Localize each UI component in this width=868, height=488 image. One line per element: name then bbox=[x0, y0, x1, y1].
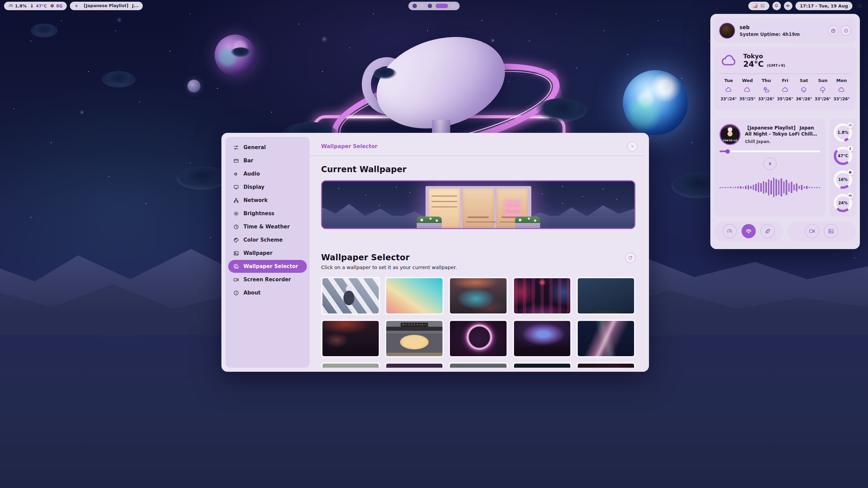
sidebar-item[interactable]: Color Scheme bbox=[228, 233, 307, 246]
wallpaper-thumbnail[interactable] bbox=[576, 362, 635, 368]
waveform-bar bbox=[727, 187, 729, 188]
sidebar-item[interactable]: About bbox=[228, 286, 307, 299]
waveform-bar bbox=[745, 186, 747, 189]
wallpaper-thumbnail[interactable] bbox=[576, 277, 635, 315]
tray-image-icon[interactable] bbox=[760, 3, 765, 8]
sidebar-item[interactable]: Display bbox=[228, 181, 307, 194]
tray-app-icon[interactable] bbox=[753, 3, 757, 8]
sidebar-item[interactable]: Time & Weather bbox=[228, 220, 307, 233]
refresh-icon bbox=[628, 256, 633, 260]
waveform-bar bbox=[732, 187, 734, 188]
notifications-button[interactable] bbox=[772, 2, 781, 10]
power-button[interactable] bbox=[841, 25, 851, 36]
forecast-day: Mon 33°/26° bbox=[833, 78, 850, 101]
power-profile-button[interactable] bbox=[761, 224, 775, 238]
sidebar-item-label: Brightness bbox=[243, 210, 274, 217]
waveform-bar bbox=[740, 186, 742, 189]
gauge-badge-icon bbox=[848, 170, 852, 174]
sidebar-item[interactable]: Wallpaper Selector bbox=[228, 260, 307, 273]
wallpaper-thumbnail[interactable] bbox=[513, 277, 572, 315]
sidebar-item[interactable]: Brightness bbox=[228, 207, 307, 220]
volume-button[interactable] bbox=[784, 2, 792, 10]
wallpaper-thumbnail[interactable] bbox=[449, 320, 508, 358]
sidebar-item[interactable]: Audio bbox=[228, 167, 307, 180]
workspace-dot[interactable] bbox=[452, 4, 456, 8]
forecast-day-label: Wed bbox=[742, 78, 753, 83]
workspace-dot[interactable] bbox=[413, 4, 417, 8]
waveform-bar bbox=[783, 181, 785, 194]
dashboard-toggle-button[interactable] bbox=[855, 2, 864, 10]
close-button[interactable] bbox=[627, 141, 637, 151]
wallpaper-thumbnail[interactable] bbox=[449, 362, 508, 368]
sidebar-item-label: Screen Recorder bbox=[243, 277, 291, 283]
wallpaper-thumbnail[interactable]: ローファイコーヒー bbox=[385, 320, 444, 358]
waveform-bar bbox=[730, 187, 731, 188]
wallpaper-thumbnail[interactable] bbox=[576, 320, 635, 358]
workspace-dot[interactable] bbox=[428, 4, 432, 8]
refresh-button[interactable] bbox=[625, 253, 635, 263]
capture-tool-button[interactable] bbox=[805, 224, 819, 238]
forecast-weather-icon bbox=[725, 86, 732, 94]
forecast-day-label: Mon bbox=[836, 78, 847, 83]
wallpaper-thumbnail[interactable] bbox=[321, 362, 380, 368]
volume-icon bbox=[786, 3, 790, 8]
power-profile-button[interactable] bbox=[723, 224, 737, 238]
sidebar-item-label: Color Scheme bbox=[243, 237, 283, 243]
album-art: TOKYO LO bbox=[719, 124, 741, 145]
media-progress-thumb[interactable] bbox=[725, 149, 730, 154]
system-tray-pill[interactable] bbox=[748, 2, 769, 10]
wallpaper-thumbnail[interactable] bbox=[321, 320, 380, 358]
sidebar-item-label: Time & Weather bbox=[243, 224, 290, 230]
sidebar-item-icon bbox=[233, 250, 239, 256]
sidebar-item[interactable]: Network bbox=[228, 194, 307, 207]
pause-icon bbox=[767, 161, 773, 166]
system-stats-pill[interactable]: 1.8% 47°C 8G bbox=[4, 2, 67, 10]
settings-scroll-area[interactable]: Current Wallpaper Fresh Moon Beans bbox=[310, 156, 645, 368]
waveform-bar bbox=[806, 186, 808, 189]
clock-pill[interactable]: 17:17 - Tue, 19 Aug bbox=[795, 2, 852, 10]
waveform-bar bbox=[796, 183, 797, 191]
planter-right bbox=[515, 217, 540, 228]
wallpaper-thumbnail[interactable] bbox=[321, 277, 380, 315]
settings-window: General Bar Audio Display Network Bright… bbox=[221, 133, 649, 372]
forecast-temps: 36°/26° bbox=[796, 97, 812, 101]
bar-stat: 8G bbox=[50, 3, 63, 8]
bar-media-pill[interactable]: 【Japanese Playlist】 J... bbox=[70, 2, 143, 10]
settings-button[interactable] bbox=[828, 25, 838, 36]
banner-stars bbox=[325, 183, 326, 184]
sidebar-item[interactable]: Screen Recorder bbox=[228, 273, 307, 286]
sidebar-item[interactable]: Wallpaper bbox=[228, 247, 307, 260]
capture-tool-button[interactable] bbox=[824, 224, 838, 238]
workspace-indicator[interactable] bbox=[409, 2, 460, 10]
wallpaper-thumbnail[interactable] bbox=[385, 362, 444, 368]
wallpaper-thumbnail[interactable] bbox=[385, 277, 444, 315]
wallpaper-thumbnail[interactable] bbox=[513, 362, 572, 368]
close-icon bbox=[630, 144, 635, 148]
waveform-bar bbox=[758, 182, 760, 192]
sidebar-item-label: Display bbox=[243, 184, 264, 190]
sidebar-item-label: General bbox=[243, 144, 266, 150]
wallpaper-grid: ローファイコーヒー bbox=[321, 277, 635, 368]
waveform-bar bbox=[793, 184, 795, 190]
media-progress-slider[interactable] bbox=[719, 150, 820, 152]
waveform-bar bbox=[791, 182, 792, 193]
wallpaper-thumbnail[interactable] bbox=[449, 277, 508, 315]
forecast-weather-icon bbox=[763, 86, 770, 94]
forecast-day-label: Sat bbox=[800, 78, 808, 83]
waveform-bar bbox=[755, 184, 757, 191]
gauge-badge bbox=[847, 122, 853, 128]
pause-button[interactable] bbox=[764, 157, 776, 170]
sidebar-item-icon bbox=[233, 237, 239, 243]
workspace-dot[interactable] bbox=[420, 4, 425, 8]
sidebar-item[interactable]: Bar bbox=[228, 154, 307, 167]
wallpaper-thumbnail[interactable] bbox=[513, 320, 572, 358]
bell-icon bbox=[774, 3, 779, 8]
selector-header-row: Wallpaper Selector Click on a wallpaper … bbox=[321, 253, 635, 270]
sidebar-item[interactable]: General bbox=[228, 141, 307, 154]
workspace-dot[interactable] bbox=[436, 4, 448, 8]
power-profile-button[interactable] bbox=[742, 224, 756, 238]
waveform-bar bbox=[814, 187, 815, 188]
top-bar: 1.8% 47°C 8G 【Japanese Playlist】 J... bbox=[0, 0, 868, 12]
weather-forecast: Tue 33°/24° Wed 35°/25° Thu 33°/26° Fri … bbox=[718, 78, 852, 101]
settings-header: Wallpaper Selector bbox=[310, 137, 645, 156]
